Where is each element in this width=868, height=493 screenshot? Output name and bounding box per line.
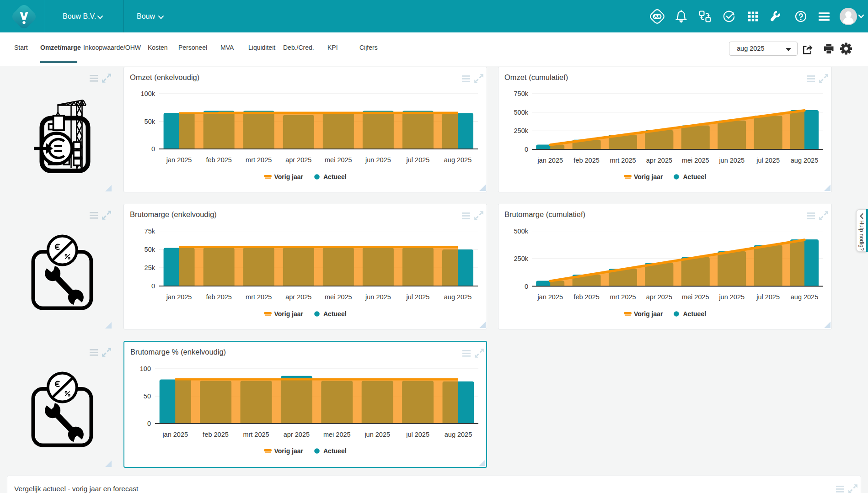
- svg-text:feb 2025: feb 2025: [573, 157, 599, 164]
- svg-text:500k: 500k: [514, 228, 529, 235]
- svg-text:jul 2025: jul 2025: [756, 157, 780, 164]
- svg-text:50: 50: [144, 392, 151, 400]
- svg-text:aug 2025: aug 2025: [444, 156, 472, 164]
- svg-text:750k: 750k: [514, 90, 529, 97]
- svg-text:aug 2025: aug 2025: [791, 157, 818, 164]
- svg-text:jun 2025: jun 2025: [718, 293, 745, 301]
- svg-text:100k: 100k: [141, 90, 155, 97]
- svg-text:jan 2025: jan 2025: [537, 157, 563, 164]
- svg-text:feb 2025: feb 2025: [206, 156, 231, 164]
- svg-text:250k: 250k: [514, 127, 529, 134]
- svg-text:jun 2025: jun 2025: [364, 431, 390, 438]
- svg-text:aug 2025: aug 2025: [444, 293, 472, 301]
- svg-text:aug 2025: aug 2025: [445, 431, 472, 438]
- svg-text:aug 2025: aug 2025: [791, 293, 818, 301]
- svg-text:75k: 75k: [145, 228, 155, 235]
- svg-text:mei 2025: mei 2025: [325, 156, 352, 164]
- svg-text:jan 2025: jan 2025: [166, 156, 192, 164]
- svg-text:0: 0: [525, 283, 528, 290]
- svg-text:mrt 2025: mrt 2025: [610, 293, 636, 301]
- svg-text:0: 0: [147, 420, 151, 427]
- svg-text:50k: 50k: [145, 118, 155, 125]
- svg-text:mei 2025: mei 2025: [325, 293, 352, 301]
- svg-text:jun 2025: jun 2025: [718, 157, 745, 164]
- svg-text:0: 0: [151, 145, 155, 153]
- svg-text:0: 0: [151, 282, 155, 290]
- svg-text:jan 2025: jan 2025: [162, 431, 188, 438]
- svg-text:mrt 2025: mrt 2025: [246, 293, 272, 301]
- svg-text:jun 2025: jun 2025: [365, 156, 391, 164]
- svg-text:feb 2025: feb 2025: [573, 293, 599, 301]
- svg-text:apr 2025: apr 2025: [646, 157, 672, 164]
- svg-text:jun 2025: jun 2025: [365, 293, 391, 301]
- svg-text:jan 2025: jan 2025: [537, 293, 563, 301]
- svg-text:50k: 50k: [145, 246, 155, 253]
- svg-text:jul 2025: jul 2025: [406, 293, 430, 301]
- svg-text:apr 2025: apr 2025: [285, 293, 311, 301]
- svg-text:100: 100: [140, 365, 151, 372]
- svg-text:0: 0: [525, 146, 528, 153]
- svg-text:mrt 2025: mrt 2025: [246, 156, 272, 164]
- svg-text:jul 2025: jul 2025: [756, 293, 780, 301]
- svg-text:feb 2025: feb 2025: [203, 431, 228, 438]
- svg-text:mrt 2025: mrt 2025: [243, 431, 269, 438]
- svg-text:25k: 25k: [145, 264, 155, 271]
- svg-text:mrt 2025: mrt 2025: [610, 157, 636, 164]
- svg-text:feb 2025: feb 2025: [206, 293, 231, 301]
- svg-text:jul 2025: jul 2025: [406, 156, 430, 164]
- svg-text:jan 2025: jan 2025: [166, 293, 192, 301]
- svg-text:500k: 500k: [514, 109, 529, 116]
- svg-text:mei 2025: mei 2025: [682, 293, 709, 301]
- svg-text:apr 2025: apr 2025: [646, 293, 672, 301]
- svg-text:apr 2025: apr 2025: [284, 431, 310, 438]
- svg-text:mei 2025: mei 2025: [682, 157, 709, 164]
- svg-text:mei 2025: mei 2025: [323, 431, 351, 438]
- svg-text:apr 2025: apr 2025: [285, 156, 311, 164]
- svg-text:250k: 250k: [514, 255, 529, 262]
- svg-text:jul 2025: jul 2025: [406, 431, 429, 438]
